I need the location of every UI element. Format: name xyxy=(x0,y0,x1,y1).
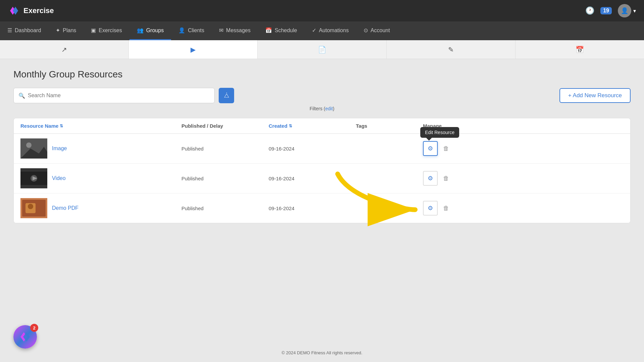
resource-cell-video: Video xyxy=(20,168,181,188)
nav-item-clients[interactable]: 👤 Clients xyxy=(171,21,212,40)
table-header: Resource Name ⇅ Published / Delay Create… xyxy=(14,118,630,134)
footer: © 2024 DEMO Fitness All rights reserved. xyxy=(0,350,644,355)
add-resource-button[interactable]: + Add New Resource xyxy=(559,88,631,103)
search-input[interactable] xyxy=(28,93,210,99)
table-row: Demo PDF Published 09-16-2024 ⚙ 🗑 xyxy=(14,193,630,223)
created-video: 09-16-2024 xyxy=(269,176,356,181)
exercises-icon: ▣ xyxy=(91,27,96,34)
avatar-area[interactable]: 👤 ▾ xyxy=(618,4,636,17)
nav-bar: ☰ Dashboard ✦ Plans ▣ Exercises 👥 Groups… xyxy=(0,21,644,40)
nav-label-automations: Automations xyxy=(319,27,349,34)
page-title: Monthly Group Resources xyxy=(13,69,631,80)
resource-table: Resource Name ⇅ Published / Delay Create… xyxy=(13,118,631,223)
sub-tab-edit[interactable]: ✎ xyxy=(387,40,516,59)
created-image: 09-16-2024 xyxy=(269,146,356,152)
nav-item-groups[interactable]: 👥 Groups xyxy=(129,21,171,40)
schedule-icon: 📅 xyxy=(265,27,272,34)
thumbnail-video xyxy=(20,168,47,188)
created-pdf: 09-16-2024 xyxy=(269,205,356,211)
nav-label-account: Account xyxy=(371,27,390,34)
messages-icon: ✉ xyxy=(219,27,223,34)
filters-edit-link[interactable]: edit xyxy=(325,106,333,111)
col-tags: Tags xyxy=(356,123,423,129)
nav-label-plans: Plans xyxy=(63,27,76,34)
delete-button-video[interactable]: 🗑 xyxy=(443,175,449,182)
app-name: Exercise xyxy=(23,6,54,15)
clients-icon: 👤 xyxy=(178,27,185,34)
sub-tab-video[interactable]: ▶ xyxy=(129,40,258,59)
nav-item-automations[interactable]: ✓ Automations xyxy=(305,21,356,40)
app-badge: 2 xyxy=(30,324,38,332)
top-bar: Exercise 🕐 19 👤 ▾ xyxy=(0,0,644,21)
nav-label-messages: Messages xyxy=(226,27,251,34)
status-pdf: Published xyxy=(181,205,269,211)
automations-icon: ✓ xyxy=(312,27,316,34)
footer-text: © 2024 DEMO Fitness All rights reserved. xyxy=(282,350,363,355)
edit-resource-button-video[interactable]: ⚙ xyxy=(423,171,438,186)
logo-area: Exercise xyxy=(8,5,54,17)
col-published: Published / Delay xyxy=(181,123,269,129)
svg-point-12 xyxy=(28,204,33,209)
filter-button[interactable]: ⧊ xyxy=(219,88,234,103)
search-icon: 🔍 xyxy=(18,93,25,99)
plans-icon: ✦ xyxy=(56,27,60,34)
sub-tab-calendar[interactable]: 📅 xyxy=(516,40,644,59)
resource-name-pdf[interactable]: Demo PDF xyxy=(52,205,78,211)
sub-nav: ↗ ▶ 📄 ✎ 📅 xyxy=(0,40,644,59)
manage-cell-pdf: ⚙ 🗑 xyxy=(423,201,470,216)
search-area: 🔍 ⧊ xyxy=(13,88,234,103)
table-row: Video Published 09-16-2024 ⚙ 🗑 xyxy=(14,164,630,193)
delete-button-pdf[interactable]: 🗑 xyxy=(443,205,449,212)
sort-icon-created[interactable]: ⇅ xyxy=(289,124,292,128)
nav-item-messages[interactable]: ✉ Messages xyxy=(212,21,258,40)
sub-tab-share[interactable]: ↗ xyxy=(0,40,129,59)
corner-app-icon[interactable]: 2 xyxy=(13,325,37,349)
nav-item-schedule[interactable]: 📅 Schedule xyxy=(258,21,305,40)
col-resource-name: Resource Name ⇅ xyxy=(20,123,181,129)
account-icon: ⊙ xyxy=(364,27,368,34)
dashboard-icon: ☰ xyxy=(7,27,12,34)
clock-icon[interactable]: 🕐 xyxy=(585,6,594,15)
status-video: Published xyxy=(181,176,269,181)
col-created: Created ⇅ xyxy=(269,123,356,129)
svg-marker-1 xyxy=(13,7,18,15)
thumbnail-image xyxy=(20,138,47,159)
thumbnail-pdf xyxy=(20,198,47,218)
nav-item-dashboard[interactable]: ☰ Dashboard xyxy=(0,21,48,40)
nav-label-groups: Groups xyxy=(146,27,164,34)
table-row: Image Published 09-16-2024 Edit Resource… xyxy=(14,134,630,164)
search-box: 🔍 xyxy=(13,88,215,103)
nav-label-clients: Clients xyxy=(188,27,204,34)
nav-item-exercises[interactable]: ▣ Exercises xyxy=(84,21,129,40)
nav-label-exercises: Exercises xyxy=(99,27,122,34)
main-content: Monthly Group Resources 🔍 ⧊ + Add New Re… xyxy=(0,59,644,233)
nav-item-account[interactable]: ⊙ Account xyxy=(356,21,397,40)
edit-resource-button-image[interactable]: Edit Resource ⚙ xyxy=(423,141,438,156)
nav-label-schedule: Schedule xyxy=(275,27,297,34)
manage-cell-video: ⚙ 🗑 xyxy=(423,171,470,186)
edit-resource-button-pdf[interactable]: ⚙ xyxy=(423,201,438,216)
logo-icon xyxy=(8,5,20,17)
chevron-down-icon: ▾ xyxy=(633,8,636,14)
resource-name-video[interactable]: Video xyxy=(52,175,66,181)
resource-cell-pdf: Demo PDF xyxy=(20,198,181,218)
resource-name-image[interactable]: Image xyxy=(52,145,67,152)
toolbar: 🔍 ⧊ + Add New Resource xyxy=(13,88,631,103)
edit-resource-tooltip: Edit Resource xyxy=(420,127,459,138)
avatar: 👤 xyxy=(618,4,631,17)
manage-cell-image: Edit Resource ⚙ 🗑 xyxy=(423,141,470,156)
filters-line: Filters (edit) xyxy=(13,106,631,111)
delete-button-image[interactable]: 🗑 xyxy=(443,145,449,152)
status-image: Published xyxy=(181,146,269,152)
nav-item-plans[interactable]: ✦ Plans xyxy=(48,21,84,40)
groups-icon: 👥 xyxy=(137,27,144,34)
top-right-controls: 🕐 19 👤 ▾ xyxy=(585,4,636,17)
notification-badge[interactable]: 19 xyxy=(600,7,612,14)
sort-icon-name[interactable]: ⇅ xyxy=(60,124,63,128)
filters-label: Filters xyxy=(310,106,322,111)
nav-label-dashboard: Dashboard xyxy=(15,27,41,34)
svg-point-3 xyxy=(26,142,32,148)
resource-cell-image: Image xyxy=(20,138,181,159)
sub-tab-document[interactable]: 📄 xyxy=(258,40,386,59)
